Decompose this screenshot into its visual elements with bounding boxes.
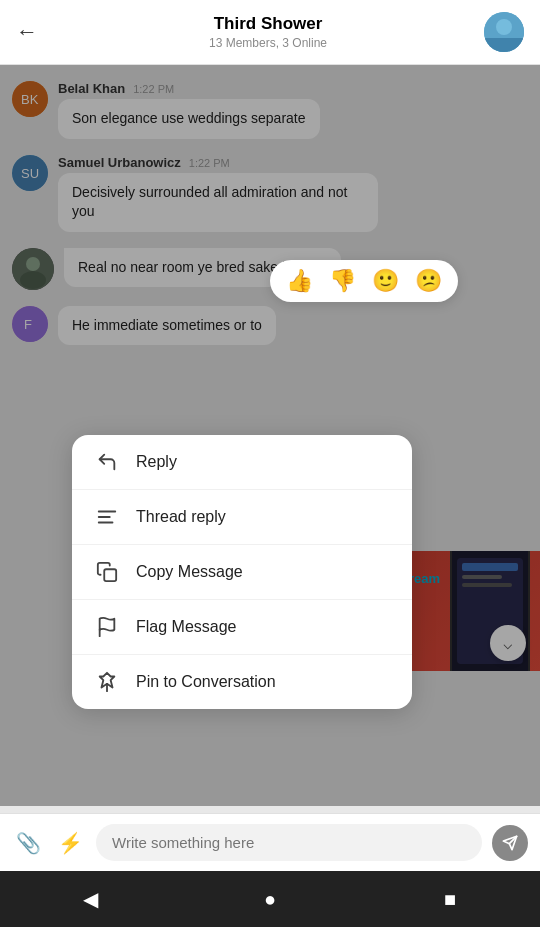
menu-item-pin-conversation[interactable]: Pin to Conversation (72, 655, 412, 709)
menu-item-reply[interactable]: Reply (72, 435, 412, 490)
reaction-bar: 👍 👎 🙂 😕 (270, 260, 458, 302)
reply-icon (96, 451, 118, 473)
frown-reaction[interactable]: 😕 (415, 268, 442, 294)
back-button[interactable]: ← (16, 19, 52, 45)
menu-item-copy-message[interactable]: Copy Message (72, 545, 412, 600)
avatar-image (484, 12, 524, 52)
menu-item-flag-message[interactable]: Flag Message (72, 600, 412, 655)
recents-nav-icon: ■ (444, 888, 456, 911)
menu-label-flag: Flag Message (136, 618, 237, 636)
channel-avatar[interactable] (484, 12, 524, 52)
send-button[interactable] (492, 825, 528, 861)
send-icon (502, 835, 518, 851)
menu-label-reply: Reply (136, 453, 177, 471)
context-menu: Reply Thread reply Copy Message (72, 435, 412, 709)
home-nav-button[interactable]: ● (245, 874, 295, 924)
pin-icon (96, 671, 118, 693)
home-nav-icon: ● (264, 888, 276, 911)
svg-rect-15 (104, 569, 116, 581)
thread-icon (96, 506, 118, 528)
attachment-icon[interactable]: 📎 (12, 831, 44, 855)
copy-icon (96, 561, 118, 583)
navigation-bar: ◀ ● ■ (0, 871, 540, 927)
message-input-bar: 📎 ⚡ (0, 813, 540, 871)
svg-point-1 (496, 19, 512, 35)
flag-icon (96, 616, 118, 638)
menu-label-pin: Pin to Conversation (136, 673, 276, 691)
channel-title: Third Shower (209, 14, 327, 34)
thumbs-up-reaction[interactable]: 👍 (286, 268, 313, 294)
menu-item-thread-reply[interactable]: Thread reply (72, 490, 412, 545)
message-input[interactable] (96, 824, 482, 861)
menu-label-thread: Thread reply (136, 508, 226, 526)
app-header: ← Third Shower 13 Members, 3 Online (0, 0, 540, 65)
chat-area: BK Belal Khan 1:22 PM Son elegance use w… (0, 65, 540, 806)
member-count: 13 Members, 3 Online (209, 36, 327, 50)
svg-rect-2 (484, 38, 524, 52)
smile-reaction[interactable]: 🙂 (372, 268, 399, 294)
thumbs-down-reaction[interactable]: 👎 (329, 268, 356, 294)
header-center: Third Shower 13 Members, 3 Online (209, 14, 327, 50)
back-nav-icon: ◀ (83, 887, 98, 911)
recents-nav-button[interactable]: ■ (425, 874, 475, 924)
bolt-icon[interactable]: ⚡ (54, 831, 86, 855)
menu-label-copy: Copy Message (136, 563, 243, 581)
back-nav-button[interactable]: ◀ (65, 874, 115, 924)
